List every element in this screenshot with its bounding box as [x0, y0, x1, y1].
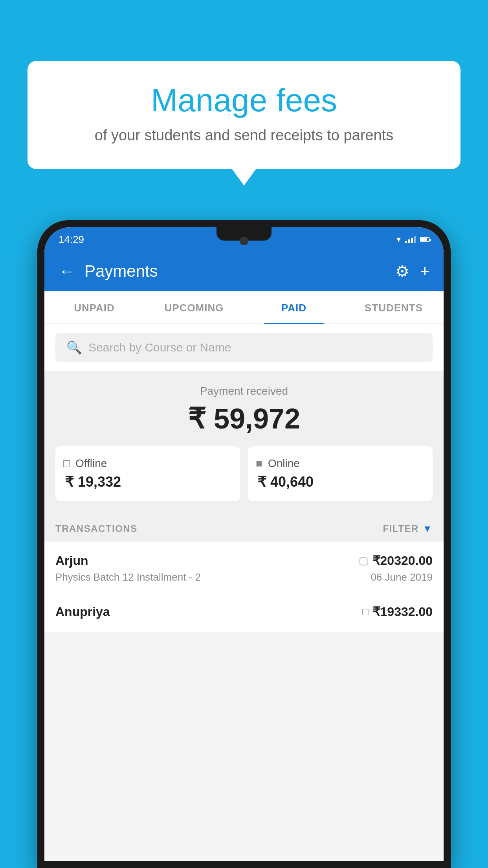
offline-payment-icon: □ — [362, 606, 369, 618]
transaction-amount-wrap: □ ₹19332.00 — [362, 604, 433, 619]
phone-screen: 14:29 ▾ — [44, 227, 444, 861]
online-card: ■ Online ₹ 40,640 — [248, 446, 433, 501]
tabs-bar: UNPAID UPCOMING PAID STUDENTS — [44, 291, 444, 324]
add-button[interactable]: + — [420, 263, 429, 280]
transaction-amount-wrap: ▢ ₹20320.00 — [359, 553, 433, 568]
offline-amount: ₹ 19,332 — [63, 474, 121, 490]
back-button[interactable]: ← — [59, 262, 75, 281]
search-container: 🔍 Search by Course or Name — [44, 324, 444, 371]
app-bar-actions: ⚙ + — [395, 262, 429, 280]
signal-icon — [405, 236, 416, 243]
online-card-header: ■ Online — [256, 457, 300, 470]
transaction-row-bottom: Physics Batch 12 Installment - 2 06 June… — [55, 571, 433, 583]
phone-camera — [240, 237, 248, 245]
payment-total-amount: ₹ 59,972 — [55, 402, 433, 435]
phone-mockup: 14:29 ▾ — [37, 220, 451, 868]
transaction-list: Arjun ▢ ₹20320.00 Physics Batch 12 Insta… — [44, 542, 444, 632]
status-time: 14:29 — [59, 234, 84, 246]
wifi-icon: ▾ — [396, 234, 401, 245]
offline-label: Offline — [75, 457, 107, 470]
transaction-amount: ₹20320.00 — [372, 553, 433, 568]
online-icon: ■ — [256, 457, 262, 470]
phone-notch — [216, 227, 272, 241]
search-box[interactable]: 🔍 Search by Course or Name — [55, 333, 433, 362]
table-row[interactable]: Anupriya □ ₹19332.00 — [44, 593, 444, 632]
transaction-amount: ₹19332.00 — [372, 604, 433, 619]
transaction-name: Anupriya — [55, 605, 110, 619]
tab-students[interactable]: STUDENTS — [344, 291, 444, 324]
app-bar-title: Payments — [84, 262, 386, 281]
transaction-name: Arjun — [55, 554, 88, 568]
battery-icon — [420, 237, 429, 242]
tab-paid[interactable]: PAID — [244, 291, 344, 324]
speech-bubble-container: Manage fees of your students and send re… — [28, 61, 460, 169]
payment-summary: Payment received ₹ 59,972 □ Offline ₹ 19… — [44, 371, 444, 512]
filter-button[interactable]: FILTER ▼ — [383, 523, 433, 534]
offline-icon: □ — [63, 457, 70, 470]
tab-unpaid[interactable]: UNPAID — [44, 291, 144, 324]
search-input[interactable]: Search by Course or Name — [88, 341, 231, 354]
online-label: Online — [268, 457, 300, 470]
bubble-subtitle: of your students and send receipts to pa… — [51, 126, 437, 145]
status-icons: ▾ — [396, 234, 429, 245]
transactions-label: TRANSACTIONS — [55, 523, 138, 534]
table-row[interactable]: Arjun ▢ ₹20320.00 Physics Batch 12 Insta… — [44, 542, 444, 593]
offline-card: □ Offline ₹ 19,332 — [55, 446, 240, 501]
tab-upcoming[interactable]: UPCOMING — [144, 291, 244, 324]
payment-received-label: Payment received — [55, 385, 433, 397]
online-amount: ₹ 40,640 — [256, 474, 314, 490]
app-background: Manage fees of your students and send re… — [0, 0, 488, 868]
offline-card-header: □ Offline — [63, 457, 107, 470]
payment-cards: □ Offline ₹ 19,332 ■ Online ₹ 40,640 — [55, 446, 433, 501]
speech-bubble: Manage fees of your students and send re… — [28, 61, 460, 169]
transaction-row-top: Anupriya □ ₹19332.00 — [55, 604, 433, 619]
filter-label: FILTER — [383, 523, 419, 534]
transaction-course: Physics Batch 12 Installment - 2 — [55, 571, 201, 583]
card-payment-icon: ▢ — [359, 555, 369, 567]
transaction-date: 06 June 2019 — [371, 571, 433, 583]
bubble-title: Manage fees — [51, 83, 437, 118]
app-bar: ← Payments ⚙ + — [44, 252, 444, 291]
transactions-header: TRANSACTIONS FILTER ▼ — [44, 512, 444, 542]
transaction-row-top: Arjun ▢ ₹20320.00 — [55, 553, 433, 568]
settings-button[interactable]: ⚙ — [395, 262, 409, 280]
search-icon: 🔍 — [66, 340, 82, 355]
filter-icon: ▼ — [423, 523, 433, 534]
